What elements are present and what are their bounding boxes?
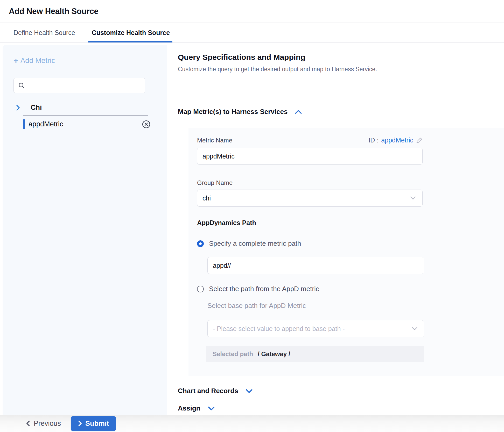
metric-name-row: Metric Name ID : appdMetric (197, 136, 423, 144)
selected-path-label: Selected path (213, 350, 253, 358)
radio-complete-metric-path[interactable]: Specify a complete metric path (197, 240, 301, 248)
previous-button[interactable]: Previous (26, 420, 61, 428)
submit-button[interactable]: Submit (71, 416, 116, 431)
chevron-down-icon (410, 196, 416, 200)
metric-id-label: ID : (368, 136, 379, 144)
edit-id-button[interactable] (416, 137, 423, 144)
chevron-down-icon (246, 389, 253, 393)
map-metrics-form: Metric Name ID : appdMetric Group Name (188, 128, 504, 376)
add-metric-button[interactable]: + Add Metric (13, 56, 55, 65)
add-health-source-dialog: Add New Health Source Define Health Sour… (0, 0, 504, 432)
group-name-value: chi (202, 195, 410, 202)
plus-icon: + (13, 57, 18, 64)
metric-group-chi[interactable]: Chi (15, 104, 167, 112)
delete-metric-button[interactable] (142, 120, 151, 129)
base-path-label: Select base path for AppD Metric (207, 302, 504, 310)
metric-id-group: ID : appdMetric (368, 136, 423, 144)
section-map-metrics-toggle[interactable]: Map Metric(s) to Harness Services (178, 108, 302, 116)
metric-item-label: appdMetric (29, 120, 63, 128)
metric-item-appdmetric[interactable]: appdMetric (3, 116, 167, 132)
appdynamics-path-title: AppDynamics Path (197, 219, 504, 227)
section-map-metrics-title: Map Metric(s) to Harness Services (178, 108, 288, 116)
tree-divider (23, 115, 148, 116)
divider (170, 84, 504, 84)
group-name-select[interactable]: chi (197, 190, 423, 207)
section-assign-toggle[interactable]: Assign (178, 404, 215, 412)
chevron-left-icon (26, 420, 31, 427)
section-chart-and-records-toggle[interactable]: Chart and Records (178, 387, 253, 395)
pencil-icon (416, 137, 423, 144)
chevron-down-icon (411, 327, 418, 331)
selected-path-bar: Selected path / Gateway / (206, 346, 424, 362)
selected-indicator (23, 119, 25, 129)
section-assign-title: Assign (178, 404, 200, 412)
page-subtitle: Customize the query to get the desired o… (178, 66, 504, 73)
submit-button-label: Submit (85, 420, 109, 428)
radio-off-icon (197, 286, 204, 292)
complete-metric-path-input[interactable] (207, 257, 424, 274)
tab-customize-health-source[interactable]: Customize Health Source (92, 23, 170, 42)
dialog-header: Add New Health Source (0, 0, 504, 23)
previous-button-label: Previous (34, 420, 61, 428)
metric-search-box (13, 78, 145, 93)
base-path-placeholder: - Please select value to append to base … (213, 325, 411, 333)
metric-id-value[interactable]: appdMetric (381, 136, 413, 144)
selected-path-value: / Gateway / (258, 350, 290, 358)
chevron-up-icon (295, 110, 302, 114)
metric-name-input[interactable] (197, 148, 423, 165)
metric-sidebar: + Add Metric Chi appdMetric (3, 45, 167, 415)
tab-bar: Define Health Source Customize Health So… (0, 23, 504, 43)
page-title: Query Specifications and Mapping (178, 53, 504, 62)
radio-on-icon (197, 240, 204, 247)
chevron-down-icon (208, 406, 215, 411)
circle-x-icon (142, 120, 151, 129)
radio-select-appd-path[interactable]: Select the path from the AppD metric (197, 285, 319, 293)
metric-group-label: Chi (31, 104, 42, 112)
metric-name-label: Metric Name (197, 137, 232, 144)
chevron-right-icon (15, 104, 21, 111)
section-chart-and-records-title: Chart and Records (178, 387, 238, 395)
query-specifications-panel: Query Specifications and Mapping Customi… (167, 43, 504, 415)
tab-define-health-source[interactable]: Define Health Source (13, 23, 75, 42)
add-metric-label: Add Metric (20, 56, 55, 65)
dialog-content: + Add Metric Chi appdMetric (0, 43, 504, 415)
base-path-select[interactable]: - Please select value to append to base … (207, 320, 424, 337)
dialog-footer: Previous Submit (0, 415, 504, 432)
dialog-title: Add New Health Source (9, 7, 98, 16)
metric-search-input[interactable] (25, 78, 145, 93)
chevron-right-icon (78, 420, 82, 427)
search-icon (18, 82, 25, 89)
radio-select-label: Select the path from the AppD metric (209, 285, 319, 293)
radio-complete-label: Specify a complete metric path (209, 240, 301, 248)
group-name-label: Group Name (197, 179, 504, 186)
